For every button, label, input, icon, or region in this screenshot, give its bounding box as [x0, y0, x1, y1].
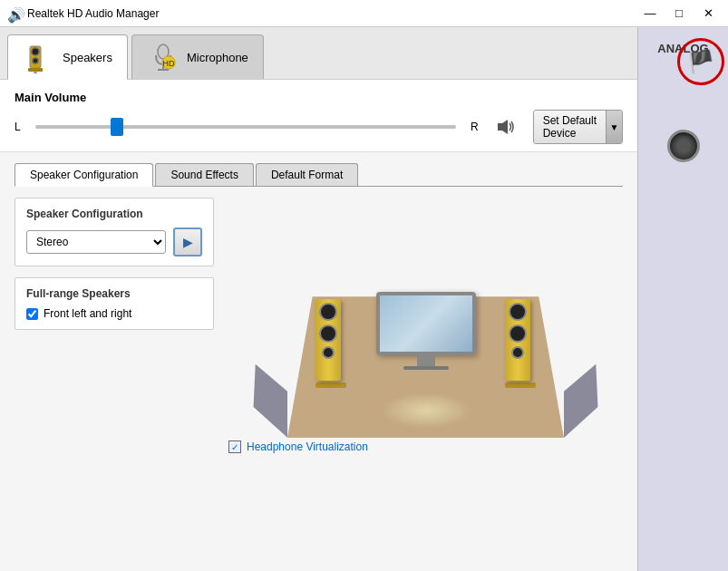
speaker-driver-right-bot	[511, 346, 524, 359]
tv-stand	[417, 355, 435, 366]
tab-default-format[interactable]: Default Format	[256, 163, 358, 186]
tv-screen	[376, 292, 476, 355]
device-tabs: Speakers HD Microphone	[0, 27, 637, 80]
svg-point-4	[34, 72, 37, 73]
speakers-icon	[23, 41, 55, 73]
volume-label: Main Volume	[15, 91, 623, 104]
volume-thumb[interactable]	[111, 118, 123, 136]
tab-speakers[interactable]: Speakers	[7, 34, 128, 80]
right-channel-label: R	[471, 121, 479, 133]
app-title: Realtek HD Audio Manager	[27, 7, 637, 20]
svg-point-2	[33, 58, 38, 63]
volume-slider[interactable]	[35, 125, 456, 129]
speaker-driver-left-top	[319, 303, 337, 321]
content-area: Speaker Configuration Sound Effects Defa…	[0, 152, 637, 571]
speaker-tower-left	[315, 299, 341, 381]
floor-side-right	[564, 364, 598, 438]
speaker-config-panel: Speaker Configuration Stereo Quadraphoni…	[15, 198, 623, 460]
headphone-row: ✓ Headphone Virtualization	[228, 440, 368, 453]
speaker-driver-left-mid	[319, 324, 337, 343]
svg-text:HD: HD	[162, 59, 174, 68]
speaker-config-select[interactable]: Stereo Quadraphonic 5.1 Surround 7.1 Sur…	[26, 230, 166, 254]
fullrange-group: Full-range Speakers Front left and right	[15, 277, 214, 330]
front-left-right-checkbox-row[interactable]: Front left and right	[26, 307, 202, 320]
default-device-label: Set DefaultDevice	[534, 111, 606, 143]
tv-base	[403, 366, 449, 370]
volume-speaker-icon[interactable]	[493, 114, 519, 140]
microphone-tab-label: Microphone	[187, 51, 248, 64]
speaker-config-group: Speaker Configuration Stereo Quadraphoni…	[15, 198, 214, 266]
front-left-right-checkbox[interactable]	[26, 308, 38, 320]
speakers-tab-label: Speakers	[63, 51, 112, 64]
speaker-visualization: ✓ Headphone Virtualization	[228, 198, 623, 460]
play-icon: ▶	[183, 235, 193, 249]
floor-side-left	[254, 364, 288, 438]
speaker-driver-right-top	[509, 303, 527, 321]
analog-panel: ANALOG 🏴	[637, 27, 728, 571]
tab-microphone[interactable]: HD Microphone	[131, 34, 264, 79]
speaker-config-row: Stereo Quadraphonic 5.1 Surround 7.1 Sur…	[26, 227, 202, 256]
play-test-button[interactable]: ▶	[173, 227, 202, 256]
restore-button[interactable]: □	[666, 5, 692, 23]
spotlight	[381, 392, 471, 429]
fullrange-label: Full-range Speakers	[26, 287, 202, 300]
flag-icon: 🏴	[687, 49, 714, 74]
sub-tabs: Speaker Configuration Sound Effects Defa…	[15, 163, 623, 187]
tab-sound-effects[interactable]: Sound Effects	[155, 163, 254, 186]
floor-container	[228, 216, 623, 460]
svg-point-1	[32, 48, 39, 55]
svg-marker-10	[498, 120, 508, 134]
front-left-right-label: Front left and right	[44, 307, 131, 320]
main-window: Speakers HD Microphone Main Volume	[0, 27, 728, 571]
analog-port	[667, 130, 700, 162]
speaker-driver-right-mid	[509, 324, 527, 343]
red-circle-indicator: 🏴	[677, 38, 724, 85]
tab-speaker-configuration[interactable]: Speaker Configuration	[15, 163, 153, 187]
close-button[interactable]: ✕	[695, 5, 721, 23]
left-channel-label: L	[15, 121, 21, 133]
left-panel: Speakers HD Microphone Main Volume	[0, 27, 637, 571]
title-bar: 🔊 Realtek HD Audio Manager — □ ✕	[0, 0, 728, 27]
window-controls: — □ ✕	[637, 5, 721, 23]
speaker-base-left	[315, 382, 346, 388]
speaker-config-group-label: Speaker Configuration	[26, 208, 202, 220]
minimize-button[interactable]: —	[637, 5, 663, 23]
speaker-driver-left-bot	[322, 346, 335, 359]
set-default-device-button[interactable]: Set DefaultDevice ▼	[533, 110, 623, 144]
headphone-virtualization-label: Headphone Virtualization	[247, 440, 368, 453]
speaker-right	[505, 299, 536, 388]
headphone-checkbox[interactable]: ✓	[228, 440, 241, 453]
tv-monitor	[376, 292, 476, 370]
svg-rect-3	[28, 68, 43, 72]
microphone-icon: HD	[147, 41, 180, 73]
speaker-base-right	[505, 382, 536, 388]
volume-section: Main Volume L R Set DefaultDevice ▼	[0, 80, 637, 152]
speaker-tower-right	[505, 299, 530, 381]
speaker-left	[315, 299, 346, 388]
left-controls: Speaker Configuration Stereo Quadraphoni…	[15, 198, 214, 460]
default-device-dropdown-arrow[interactable]: ▼	[606, 111, 622, 143]
analog-port-area	[667, 130, 700, 162]
app-icon: 🔊	[7, 6, 22, 21]
